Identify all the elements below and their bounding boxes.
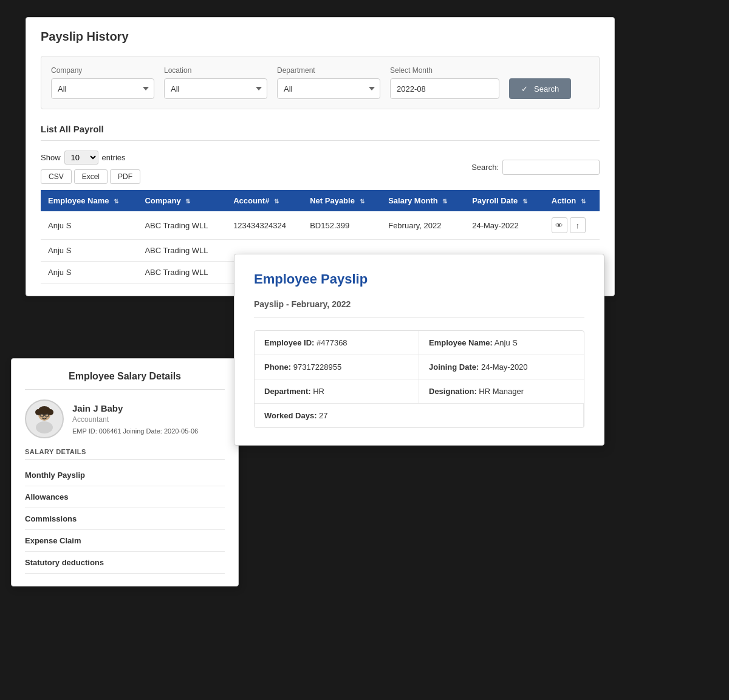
department-select[interactable]: All HR Finance — [277, 78, 380, 99]
checkmark-icon — [521, 84, 530, 93]
joining-meta-label: Joining Date: — [123, 427, 162, 435]
select-month-filter-group: Select Month — [390, 66, 499, 99]
dept-value: HR — [313, 387, 324, 396]
payslip-period-value: February, 2022 — [291, 299, 351, 309]
sort-icon-account: ⇅ — [274, 198, 279, 205]
sort-icon-salary-month: ⇅ — [442, 198, 447, 205]
info-joining-date: Joining Date: 24-May-2020 — [419, 355, 584, 379]
cell-employee-name: Anju S — [41, 240, 137, 262]
joining-date-label: Joining Date: — [429, 362, 479, 372]
cell-account: 123434324324 — [226, 211, 303, 240]
list-heading-main: Payroll — [74, 124, 104, 134]
col-account[interactable]: Account# ⇅ — [226, 190, 303, 211]
filter-row: Company All ABC Trading WLL Location All… — [41, 56, 600, 109]
avatar-svg — [30, 404, 59, 433]
company-label: Company — [51, 66, 154, 75]
view-action-button[interactable]: 👁 — [552, 217, 567, 233]
table-search-box: Search: — [471, 160, 600, 175]
department-filter-group: Department All HR Finance — [277, 66, 380, 99]
emp-name-label: Employee Name: — [429, 338, 493, 347]
list-heading: List All Payroll — [41, 124, 600, 141]
svg-point-4 — [36, 421, 53, 433]
emp-id-meta-label: EMP ID: — [72, 427, 97, 435]
menu-item-allowances[interactable]: Allowances — [25, 486, 225, 508]
cell-company: ABC Trading WLL — [137, 262, 226, 284]
menu-item-monthly-payslip[interactable]: Monthly Payslip — [25, 464, 225, 486]
sort-icon-company: ⇅ — [185, 198, 190, 205]
menu-item-expense-claim[interactable]: Expense Claim — [25, 530, 225, 552]
entries-select[interactable]: 10 25 50 100 — [64, 151, 98, 165]
salary-section-label: SALARY DETAILS — [25, 448, 225, 460]
table-controls: Show 10 25 50 100 entries CSV Excel PDF … — [41, 151, 600, 184]
payslip-period-label: Payslip - — [254, 299, 289, 309]
dept-label: Department: — [264, 387, 311, 396]
cell-employee-name: Anju S — [41, 211, 137, 240]
employee-info: Jain J Baby Accountant EMP ID: 006461 Jo… — [72, 403, 198, 435]
phone-label: Phone: — [264, 362, 291, 372]
select-month-label: Select Month — [390, 66, 499, 75]
employee-meta: EMP ID: 006461 Joining Date: 2020-05-06 — [72, 427, 198, 435]
table-row: Anju S ABC Trading WLL 123434324324 BD15… — [41, 211, 600, 240]
entries-label: entries — [102, 153, 126, 162]
menu-item-statutory-deductions[interactable]: Statutory deductions — [25, 552, 225, 574]
desig-label: Designation: — [429, 387, 477, 396]
col-company[interactable]: Company ⇅ — [137, 190, 226, 211]
cell-net-payable: BD152.399 — [303, 211, 381, 240]
sort-icon-employee: ⇅ — [114, 198, 118, 205]
search-button-label: Search — [534, 84, 559, 93]
payslip-info-grid: Employee ID: #477368 Employee Name: Anju… — [254, 330, 584, 428]
col-payroll-date[interactable]: Payroll Date ⇅ — [465, 190, 544, 211]
avatar — [25, 399, 64, 438]
company-filter-group: Company All ABC Trading WLL — [51, 66, 154, 99]
info-designation: Designation: HR Manager — [419, 379, 584, 404]
info-department: Department: HR — [255, 379, 419, 404]
company-select[interactable]: All ABC Trading WLL — [51, 78, 154, 99]
info-phone: Phone: 97317228955 — [255, 355, 419, 379]
list-heading-prefix: List All — [41, 124, 70, 134]
show-entries-control: Show 10 25 50 100 entries — [41, 151, 140, 165]
export-buttons: CSV Excel PDF — [41, 169, 140, 184]
joining-date-value: 24-May-2020 — [481, 362, 528, 372]
sort-icon-payroll-date: ⇅ — [522, 198, 527, 205]
payslip-title: Employee Payslip — [254, 271, 584, 287]
salary-details-panel: Employee Salary Details Jain J Baby — [11, 358, 239, 586]
action-icons: 👁 ↑ — [552, 217, 592, 233]
salary-details-title: Employee Salary Details — [25, 371, 225, 390]
col-action: Action ⇅ — [544, 190, 600, 211]
info-employee-id: Employee ID: #477368 — [255, 331, 419, 355]
table-search-input[interactable] — [502, 160, 600, 175]
show-label: Show — [41, 153, 61, 162]
cell-payroll-date: 24-May-2022 — [465, 211, 544, 240]
sort-icon-net-payable: ⇅ — [360, 198, 364, 205]
employee-role: Accountant — [72, 415, 198, 424]
info-worked-days: Worked Days: 27 — [255, 404, 584, 427]
desig-value: HR Manager — [479, 387, 524, 396]
cell-company: ABC Trading WLL — [137, 211, 226, 240]
table-header-row: Employee Name ⇅ Company ⇅ Account# ⇅ Net… — [41, 190, 600, 211]
search-button[interactable]: Search — [509, 78, 571, 99]
department-label: Department — [277, 66, 380, 75]
upload-action-button[interactable]: ↑ — [570, 217, 586, 233]
worked-days-value: 27 — [319, 411, 327, 420]
info-employee-name: Employee Name: Anju S — [419, 331, 584, 355]
payslip-modal: Employee Payslip Payslip - February, 202… — [234, 254, 604, 446]
payslip-period: Payslip - February, 2022 — [254, 299, 584, 318]
phone-value: 97317228955 — [293, 362, 342, 372]
menu-item-commissions[interactable]: Commissions — [25, 508, 225, 530]
table-search-label: Search: — [471, 163, 499, 172]
cell-salary-month: February, 2022 — [381, 211, 465, 240]
col-net-payable[interactable]: Net Payable ⇅ — [303, 190, 381, 211]
col-employee-name[interactable]: Employee Name ⇅ — [41, 190, 137, 211]
col-salary-month[interactable]: Salary Month ⇅ — [381, 190, 465, 211]
pdf-button[interactable]: PDF — [110, 169, 140, 184]
csv-button[interactable]: CSV — [41, 169, 72, 184]
payroll-history-title: Payslip History — [41, 30, 600, 44]
emp-id-value: #477368 — [317, 338, 347, 347]
location-select[interactable]: All — [164, 78, 267, 99]
select-month-input[interactable] — [390, 78, 499, 99]
excel-button[interactable]: Excel — [74, 169, 108, 184]
emp-name-value: Anju S — [495, 338, 518, 347]
location-label: Location — [164, 66, 267, 75]
worked-days-label: Worked Days: — [264, 411, 317, 420]
employee-profile: Jain J Baby Accountant EMP ID: 006461 Jo… — [25, 399, 225, 438]
